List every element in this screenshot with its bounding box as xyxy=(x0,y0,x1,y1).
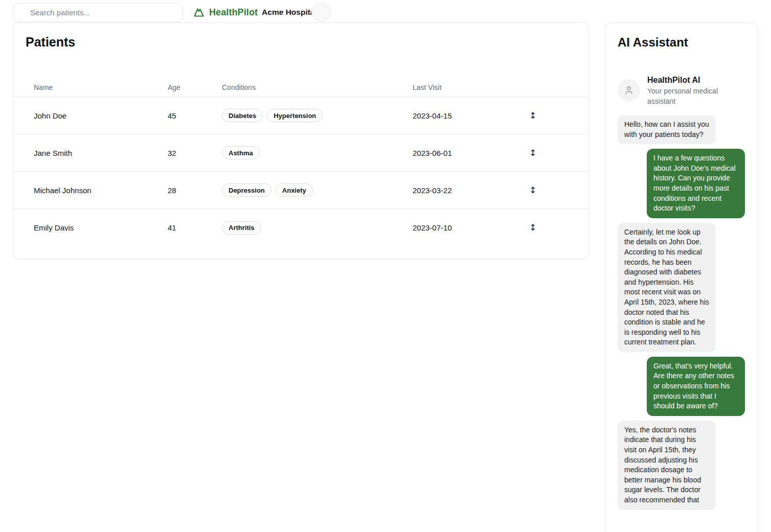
conditions-cell: DepressionAnxiety xyxy=(222,183,413,197)
condition-badge: Depression xyxy=(222,183,271,197)
patients-table: Name Age Conditions Last Visit John Doe … xyxy=(13,78,588,246)
patient-last-visit: 2023-06-01 xyxy=(413,149,527,157)
brand-group: HealthPilot Acme Hospital xyxy=(193,0,317,25)
patient-last-visit: 2023-04-15 xyxy=(413,111,527,120)
patient-age: 45 xyxy=(168,111,222,120)
bot-name: HealthPilot AI xyxy=(647,75,732,86)
patients-title: Patients xyxy=(26,35,576,49)
column-last-visit: Last Visit xyxy=(413,83,527,91)
assistant-message: Yes, the doctor's notes indicate that du… xyxy=(618,421,716,510)
column-age: Age xyxy=(168,83,222,91)
table-row[interactable]: Michael Johnson 28 DepressionAnxiety 202… xyxy=(13,172,588,209)
search-input[interactable] xyxy=(13,3,183,22)
column-name: Name xyxy=(34,83,168,91)
user-message: I have a few questions about John Doe's … xyxy=(647,149,745,218)
mountain-logo-icon xyxy=(193,6,205,18)
up-down-arrow-icon[interactable]: ↕ xyxy=(527,222,538,233)
assistant-message: Hello, how can I assist you with your pa… xyxy=(618,115,716,144)
patients-table-body: John Doe 45 DiabetesHypertension 2023-04… xyxy=(13,97,588,246)
user-avatar[interactable] xyxy=(311,3,331,22)
brand-name: HealthPilot xyxy=(209,7,258,18)
assistant-message: Certainly, let me look up the details on… xyxy=(618,223,716,352)
up-down-arrow-icon[interactable]: ↕ xyxy=(527,148,538,158)
column-conditions: Conditions xyxy=(222,83,413,91)
patient-age: 28 xyxy=(168,186,222,195)
bot-subtitle: Your personal medical assistant xyxy=(647,86,732,106)
patients-panel: Patients Name Age Conditions Last Visit … xyxy=(13,22,589,259)
up-down-arrow-icon[interactable]: ↕ xyxy=(527,185,538,196)
user-message: Great, that's very helpful. Are there an… xyxy=(647,357,745,416)
patient-name: Jane Smith xyxy=(34,149,168,157)
top-bar: HealthPilot Acme Hospital xyxy=(0,0,771,25)
patient-name: Michael Johnson xyxy=(34,186,168,195)
condition-badge: Anxiety xyxy=(276,183,313,197)
patient-name: John Doe xyxy=(34,111,168,120)
conditions-cell: Arthritis xyxy=(222,221,413,235)
conditions-cell: DiabetesHypertension xyxy=(222,109,413,122)
person-icon xyxy=(623,84,635,97)
patient-age: 41 xyxy=(168,223,222,232)
table-row[interactable]: Emily Davis 41 Arthritis 2023-07-10 ↕ xyxy=(13,209,588,246)
chat-messages: Hello, how can I assist you with your pa… xyxy=(618,115,745,510)
organization-name: Acme Hospital xyxy=(262,8,317,17)
patient-name: Emily Davis xyxy=(34,223,168,232)
condition-badge: Hypertension xyxy=(267,109,323,122)
condition-badge: Diabetes xyxy=(222,109,263,122)
patient-last-visit: 2023-03-22 xyxy=(413,186,527,195)
patient-last-visit: 2023-07-10 xyxy=(413,223,527,232)
conditions-cell: Asthma xyxy=(222,146,413,159)
table-row[interactable]: Jane Smith 32 Asthma 2023-06-01 ↕ xyxy=(13,134,588,172)
condition-badge: Asthma xyxy=(222,146,260,159)
patient-age: 32 xyxy=(168,149,222,157)
ai-assistant-panel: AI Assistant HealthPilot AI Your persona… xyxy=(605,22,758,532)
bot-avatar xyxy=(618,79,640,102)
table-row[interactable]: John Doe 45 DiabetesHypertension 2023-04… xyxy=(13,97,588,134)
up-down-arrow-icon[interactable]: ↕ xyxy=(527,110,538,121)
patients-table-header: Name Age Conditions Last Visit xyxy=(13,78,588,97)
condition-badge: Arthritis xyxy=(222,221,261,235)
assistant-title: AI Assistant xyxy=(618,34,745,51)
bot-identity: HealthPilot AI Your personal medical ass… xyxy=(647,75,732,106)
bot-header: HealthPilot AI Your personal medical ass… xyxy=(618,75,745,106)
